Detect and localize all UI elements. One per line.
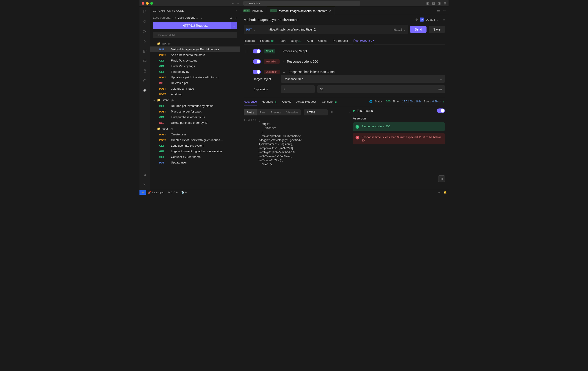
tab-path[interactable]: Path — [279, 37, 285, 44]
cloud-download-icon[interactable]: ☁ — [230, 16, 232, 19]
tab-method-images[interactable]: HTTP Method: images.asyncBatchAnnotate ✕ — [267, 7, 335, 15]
protocol-select[interactable]: http/1.1 ⌄ — [393, 28, 406, 31]
chevron-right-icon[interactable]: › — [283, 60, 284, 63]
tree-item[interactable]: GETFinds Pets by status — [150, 58, 240, 63]
close-tab-icon[interactable]: ✕ — [329, 9, 332, 12]
tab-console[interactable]: Console (1) — [322, 100, 337, 103]
minimize-window[interactable] — [146, 2, 149, 5]
tree-folder[interactable]: ⌄📁user (7) — [150, 126, 240, 132]
toggle-switch[interactable] — [253, 70, 261, 74]
tree-item[interactable]: POSTAnything — [150, 91, 240, 97]
tab-actual-request[interactable]: Actual Request — [296, 100, 317, 103]
echoapi-icon[interactable] — [142, 88, 147, 94]
window-controls[interactable] — [142, 2, 153, 5]
test-results-toggle[interactable] — [437, 108, 445, 113]
encoding-select[interactable]: UTF-8 ⌄ — [304, 109, 328, 116]
tree-item[interactable]: POSTCreates list of users with given inp… — [150, 137, 240, 143]
value-input[interactable]: 30 ms — [317, 85, 445, 93]
close-window[interactable] — [142, 2, 144, 5]
tab-anything[interactable]: HTTP Anything — [240, 7, 267, 15]
tab-headers[interactable]: Headers — [244, 37, 255, 44]
notifications-icon[interactable]: 🔔 — [442, 191, 449, 194]
view-preview[interactable]: Preview — [268, 109, 284, 116]
layout-bottom-icon[interactable]: ⬓ — [432, 1, 435, 5]
testing-icon[interactable] — [142, 68, 147, 74]
tree-item[interactable]: POSTUpdates a pet in the store with form… — [150, 74, 240, 80]
more-actions-icon[interactable]: ⋯ — [443, 9, 446, 12]
nav-forward-icon[interactable]: → — [236, 1, 239, 5]
tree-folder[interactable]: ⌄📁store (4) — [150, 97, 240, 103]
sidebar-search-input[interactable]: ⌕ Keyword/URL — [153, 32, 237, 38]
chevron-down-icon[interactable]: ⌄ — [200, 16, 203, 19]
tree-item[interactable]: POSTPlace an order for a pet — [150, 109, 240, 114]
menu-icon[interactable]: ≡ — [443, 18, 445, 21]
launchpad-item[interactable]: 🚀 Launchpad — [146, 191, 166, 194]
download-icon[interactable]: ⬇ — [443, 100, 445, 103]
source-control-icon[interactable] — [142, 29, 147, 34]
drag-handle-icon[interactable]: ⋮⋮ — [244, 77, 250, 81]
maximize-window[interactable] — [150, 2, 153, 5]
http-method-select[interactable]: PUT ⌄ — [246, 28, 266, 31]
tree-item[interactable]: POSTAdd a new pet to the store — [150, 52, 240, 58]
drag-handle-icon[interactable]: ⋮⋮ — [244, 50, 250, 53]
view-pretty[interactable]: Pretty — [244, 109, 257, 116]
breadcrumb[interactable]: Lucy persona… / Lucy persona… ⌄ ☁ ⇪ — [150, 15, 240, 21]
tree-item[interactable]: POSTCreate user — [150, 132, 240, 137]
url-input[interactable]: https://httpbin.org/anything?title=2 — [268, 28, 390, 31]
toggle-switch[interactable] — [253, 49, 261, 53]
problems-item[interactable]: ⊗ 0 ⚠ 0 — [166, 191, 179, 194]
tab-auth[interactable]: Auth — [307, 37, 313, 44]
breadcrumb-item[interactable]: Lucy persona… — [178, 16, 198, 19]
layout-left-icon[interactable]: ◧ — [426, 1, 429, 5]
tree-item[interactable]: GETLogs user into the system — [150, 143, 240, 148]
sidebar-more-icon[interactable]: ⋯ — [235, 9, 237, 12]
account-icon[interactable] — [142, 172, 147, 178]
tree-item[interactable]: GETFinds Pets by tags — [150, 63, 240, 69]
tree-item[interactable]: DELDeletes a pet — [150, 80, 240, 86]
target-object-select[interactable]: Response time ⌄ — [281, 75, 445, 83]
layout-grid-icon[interactable]: ⊞ — [444, 1, 446, 5]
layout-right-icon[interactable]: ◨ — [438, 1, 441, 5]
settings-icon[interactable] — [142, 182, 147, 188]
chevron-down-icon[interactable]: ⌄ — [283, 70, 285, 74]
remote-explorer-icon[interactable] — [142, 58, 147, 64]
copy-icon[interactable]: ⧉ — [331, 110, 333, 114]
save-button[interactable]: Save — [429, 26, 445, 33]
request-type-dropdown[interactable]: ⌄ — [231, 22, 237, 29]
command-search[interactable]: ⌕ analytics — [243, 1, 360, 6]
extensions-icon[interactable] — [142, 49, 147, 54]
tree-item[interactable]: GETLogs out current logged in user sessi… — [150, 148, 240, 154]
response-body[interactable]: 1 2 3 4 5 6 { "args": { "title": "2" }, … — [244, 118, 350, 166]
explorer-icon[interactable] — [142, 9, 147, 14]
layout-toggle-button[interactable]: ⊞ — [438, 175, 445, 182]
view-visualize[interactable]: Visualize — [284, 109, 301, 116]
environment-selector[interactable]: ⚙ D Default ⌄ ≡ — [415, 18, 445, 21]
run-debug-icon[interactable] — [142, 39, 147, 44]
tree-item[interactable]: GETGet user by user name — [150, 154, 240, 160]
new-request-button[interactable]: HTTP1/2 Request ⌄ — [153, 22, 237, 29]
tab-resp-headers[interactable]: Headers (7) — [262, 100, 277, 103]
tab-pre-request[interactable]: Pre-request — [333, 37, 348, 44]
search-icon[interactable] — [142, 19, 147, 24]
feedback-icon[interactable]: ☺ — [436, 191, 442, 194]
tab-post-response[interactable]: Post-response — [353, 37, 374, 44]
tab-response[interactable]: Response — [244, 100, 257, 106]
tree-folder[interactable]: ⌄📁pet (9) — [150, 41, 240, 46]
drag-handle-icon[interactable]: ⋮⋮ — [244, 60, 250, 63]
split-editor-icon[interactable]: ▭ — [437, 9, 440, 12]
tree-item[interactable]: POSTuploads an image — [150, 86, 240, 91]
send-button[interactable]: Send — [410, 26, 427, 33]
tree-item[interactable]: GETFind pet by ID — [150, 69, 240, 74]
view-raw[interactable]: Raw — [257, 109, 268, 116]
toggle-switch[interactable] — [253, 59, 261, 64]
tab-body[interactable]: Body(1) — [291, 37, 301, 44]
cloud-upload-icon[interactable]: ⇪ — [235, 16, 237, 19]
tree-item[interactable]: DELDelete purchase order by ID — [150, 120, 240, 126]
tree-item[interactable]: GETFind purchase order by ID — [150, 114, 240, 120]
tab-params[interactable]: Params(1) — [260, 37, 274, 44]
tree-item[interactable]: PUTUpdate user — [150, 160, 240, 165]
remote-indicator[interactable]: ⚡ — [139, 190, 146, 195]
tree-item[interactable]: GETReturns pet inventories by status — [150, 103, 240, 109]
expand-icon[interactable]: › — [349, 111, 350, 114]
nav-back-icon[interactable]: ← — [231, 1, 234, 5]
